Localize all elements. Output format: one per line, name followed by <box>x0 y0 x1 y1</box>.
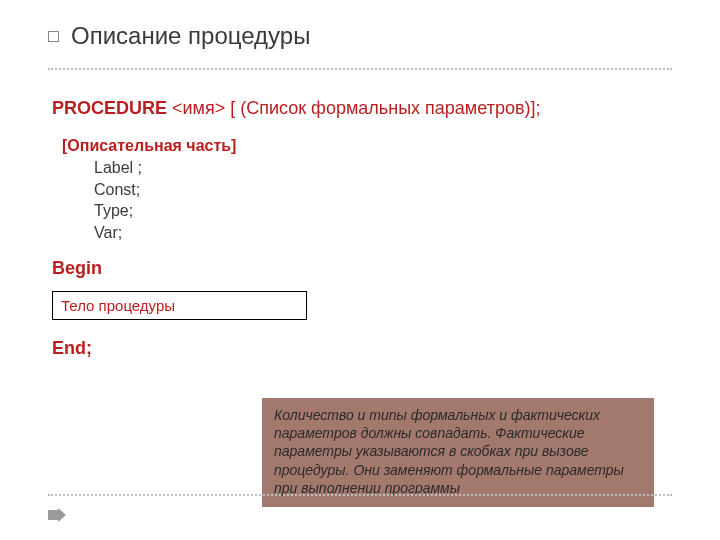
descriptive-header: [Описательная часть] <box>62 137 672 155</box>
procedure-body-box: Тело процедуры <box>52 291 307 320</box>
procedure-keyword: PROCEDURE <box>52 98 167 118</box>
declaration-line: Type; <box>94 200 672 222</box>
content-area: PROCEDURE <имя> [ (Список формальных пар… <box>48 70 672 359</box>
arrow-right-icon <box>48 508 66 522</box>
declaration-line: Const; <box>94 179 672 201</box>
declaration-line: Var; <box>94 222 672 244</box>
svg-marker-0 <box>48 508 66 522</box>
title-row: Описание процедуры <box>48 22 672 50</box>
divider-bottom <box>48 494 672 496</box>
procedure-body-label: Тело процедуры <box>61 297 175 314</box>
note-text: Количество и типы формальных и фактическ… <box>274 407 624 496</box>
end-keyword: End; <box>52 338 672 359</box>
procedure-declaration-line: PROCEDURE <имя> [ (Список формальных пар… <box>52 96 672 121</box>
bullet-icon <box>48 31 59 42</box>
slide: Описание процедуры PROCEDURE <имя> [ (Сп… <box>0 0 720 540</box>
begin-keyword: Begin <box>52 258 672 279</box>
descriptive-block: [Описательная часть] Label ; Const; Type… <box>62 137 672 243</box>
note-callout: Количество и типы формальных и фактическ… <box>262 398 654 507</box>
procedure-signature: <имя> [ (Список формальных параметров)]; <box>167 98 540 118</box>
declaration-line: Label ; <box>94 157 672 179</box>
slide-title: Описание процедуры <box>71 22 310 50</box>
